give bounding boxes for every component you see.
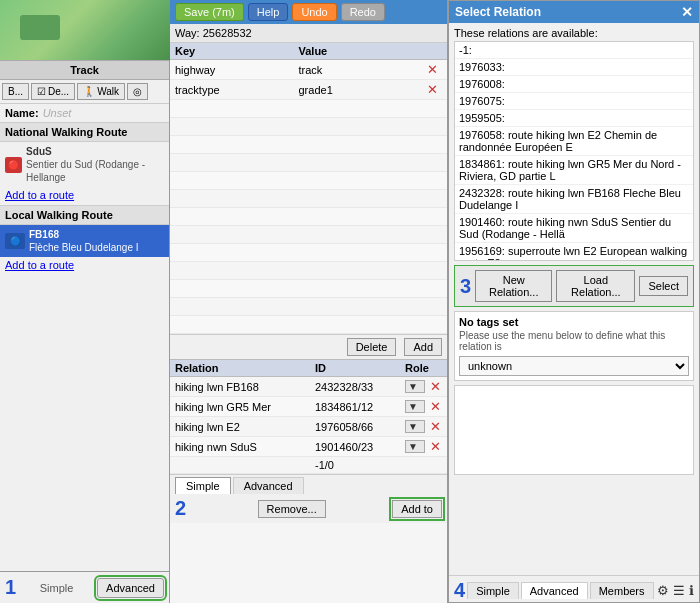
rel-dropdown-btn[interactable]: ▼ <box>405 420 425 433</box>
table-row-empty <box>170 118 447 136</box>
add-local-route-link[interactable]: Add to a route <box>0 257 169 275</box>
right-title: Select Relation <box>455 5 541 19</box>
rel-delete-btn[interactable]: ✕ <box>425 439 445 454</box>
settings-icon[interactable]: ⚙ <box>657 583 669 598</box>
map-area <box>0 0 170 60</box>
load-relation-button[interactable]: Load Relation... <box>556 270 635 302</box>
select-button[interactable]: Select <box>639 276 688 296</box>
name-label: Name: <box>5 107 39 119</box>
tab-simple-right[interactable]: Simple <box>467 582 519 599</box>
rel-table-row: hiking lwn E2 1976058/66 ▼ ✕ <box>170 417 447 437</box>
list-item[interactable]: 1834861: route hiking lwn GR5 Mer du Nor… <box>455 156 693 185</box>
list-item[interactable]: 1901460: route hiking nwn SduS Sentier d… <box>455 214 693 243</box>
unknown-select[interactable]: unknown <box>459 356 689 376</box>
local-section-header: Local Walking Route <box>0 205 169 225</box>
rel-name-cell: hiking lwn E2 <box>175 421 315 433</box>
right-icons: ⚙ ☰ ℹ <box>657 583 694 598</box>
list-item[interactable]: 1956169: superroute lwn E2 European walk… <box>455 243 693 261</box>
no-tags-desc: Please use the menu below to define what… <box>459 330 689 352</box>
table-row-empty <box>170 100 447 118</box>
list-item[interactable]: 1976058: route hiking lwn E2 Chemin de r… <box>455 127 693 156</box>
advanced-button-left[interactable]: Advanced <box>97 578 164 598</box>
no-tags-box: No tags set Please use the menu below to… <box>454 311 694 381</box>
tab-simple-mid[interactable]: Simple <box>175 477 231 494</box>
list-item[interactable]: 2432328: route hiking lwn FB168 Fleche B… <box>455 185 693 214</box>
help-button[interactable]: Help <box>248 3 289 21</box>
toolbar-row: B... ☑ De... 🚶 Walk ◎ <box>0 80 169 104</box>
left-panel: Track B... ☑ De... 🚶 Walk ◎ Name: Unset … <box>0 0 170 603</box>
role-col-header: Role <box>405 362 429 374</box>
fb168-route-name: FB168 <box>29 228 139 241</box>
list-item[interactable]: 1976008: <box>455 76 693 93</box>
list-icon[interactable]: ☰ <box>673 583 685 598</box>
delete-button[interactable]: Delete <box>347 338 397 356</box>
add-button[interactable]: Add <box>404 338 442 356</box>
table-row-empty <box>170 316 447 334</box>
redo-button[interactable]: Redo <box>341 3 385 21</box>
rel-table-row: hiking lwn GR5 Mer 1834861/12 ▼ ✕ <box>170 397 447 417</box>
list-item[interactable]: 1959505: <box>455 110 693 127</box>
rel-dropdown-btn[interactable]: ▼ <box>405 380 425 393</box>
rel-table-row: hiking nwn SduS 1901460/23 ▼ ✕ <box>170 437 447 457</box>
delete-row-btn[interactable]: ✕ <box>422 82 442 97</box>
delete-row-btn[interactable]: ✕ <box>422 62 442 77</box>
tab-advanced-right[interactable]: Advanced <box>521 582 588 599</box>
rel-name-cell: hiking nwn SduS <box>175 441 315 453</box>
tab-members-right[interactable]: Members <box>590 582 654 599</box>
sdus-route-icon: 🔴 <box>5 157 22 173</box>
relation-action-buttons: 3 New Relation... Load Relation... Selec… <box>454 265 694 307</box>
mid-toolbar: Save (7m) Help Undo Redo <box>170 0 447 24</box>
table-row-empty <box>170 226 447 244</box>
info-icon[interactable]: ℹ <box>689 583 694 598</box>
mid-kv-bottom: Delete Add <box>170 334 447 359</box>
fb168-route-icon: 🔵 <box>5 233 25 249</box>
sdus-route-name: SduS <box>26 145 164 158</box>
key-cell: tracktype <box>175 84 299 96</box>
walk-button[interactable]: 🚶 Walk <box>77 83 125 100</box>
name-value: Unset <box>43 107 72 119</box>
table-row-empty <box>170 172 447 190</box>
simple-link-left[interactable]: Simple <box>40 582 74 594</box>
rel-delete-btn[interactable]: ✕ <box>425 419 445 434</box>
table-row: highway track ✕ <box>170 60 447 80</box>
rel-id-cell: 2432328/33 <box>315 381 405 393</box>
rel-dropdown-btn[interactable]: ▼ <box>405 400 425 413</box>
undo-button[interactable]: Undo <box>292 3 336 21</box>
sdus-route-desc: Sentier du Sud (Rodange - Hellange <box>26 158 164 184</box>
right-panel: Select Relation ✕ These relations are av… <box>448 0 700 603</box>
table-row-empty <box>170 298 447 316</box>
label-4: 4 <box>454 579 465 602</box>
rel-dropdown-btn[interactable]: ▼ <box>405 440 425 453</box>
name-row: Name: Unset <box>0 104 169 122</box>
fb168-route-desc: Flèche Bleu Dudelange I <box>29 241 139 254</box>
close-button[interactable]: ✕ <box>681 4 693 20</box>
rel-id-cell: -1/0 <box>315 459 405 471</box>
rel-id-cell: 1976058/66 <box>315 421 405 433</box>
remove-button[interactable]: Remove... <box>258 500 326 518</box>
remove-add-row: 2 Remove... Add to <box>170 494 447 523</box>
rel-table-row: -1/0 <box>170 457 447 474</box>
add-to-button[interactable]: Add to <box>392 500 442 518</box>
add-national-route-link[interactable]: Add to a route <box>0 187 169 205</box>
sdus-route-text: SduS Sentier du Sud (Rodange - Hellange <box>26 145 164 184</box>
fb168-route-item[interactable]: 🔵 FB168 Flèche Bleu Dudelange I <box>0 225 169 257</box>
list-item[interactable]: 1976033: <box>455 59 693 76</box>
relations-list[interactable]: -1: 1976033: 1976008: 1976075: 1959505: … <box>454 41 694 261</box>
de-button[interactable]: ☑ De... <box>31 83 75 100</box>
value-cell: track <box>299 64 423 76</box>
table-row-empty <box>170 208 447 226</box>
list-item[interactable]: -1: <box>455 42 693 59</box>
b-button[interactable]: B... <box>2 83 29 100</box>
right-title-bar: Select Relation ✕ <box>449 1 699 23</box>
extra-button[interactable]: ◎ <box>127 83 148 100</box>
list-item[interactable]: 1976075: <box>455 93 693 110</box>
mid-panel: Save (7m) Help Undo Redo Way: 25628532 K… <box>170 0 448 603</box>
rel-name-cell: hiking lwn GR5 Mer <box>175 401 315 413</box>
table-row-empty <box>170 136 447 154</box>
rel-delete-btn[interactable]: ✕ <box>425 399 445 414</box>
tab-advanced-mid[interactable]: Advanced <box>233 477 304 494</box>
save-button[interactable]: Save (7m) <box>175 3 244 21</box>
new-relation-button[interactable]: New Relation... <box>475 270 552 302</box>
sdus-route-item[interactable]: 🔴 SduS Sentier du Sud (Rodange - Hellang… <box>0 142 169 187</box>
rel-delete-btn[interactable]: ✕ <box>425 379 445 394</box>
